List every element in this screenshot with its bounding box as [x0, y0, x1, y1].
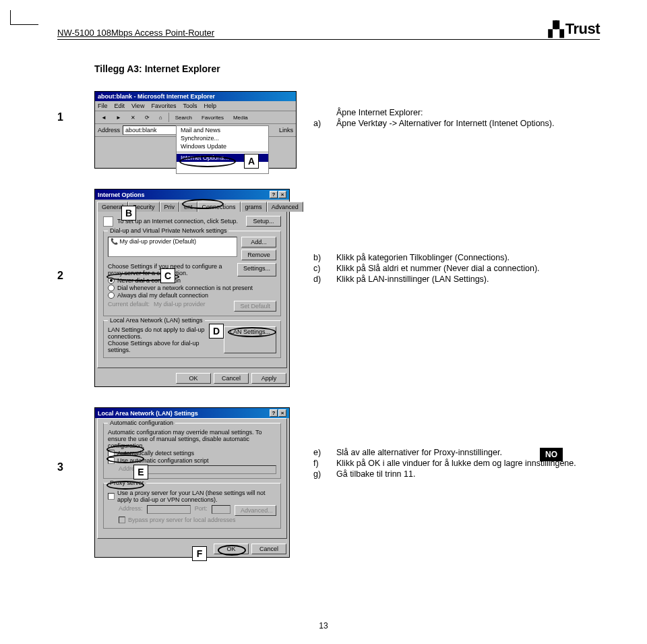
callout-circle-e3 — [106, 481, 144, 490]
brand-logo: ▞▚ Trust — [548, 20, 600, 38]
forward-button[interactable]: ► — [113, 113, 125, 122]
radio-always-dial[interactable]: Always dial my default connection — [108, 292, 276, 299]
callout-label-f: F — [192, 546, 207, 561]
instructions-3: e)Slå av alle alternativer for Proxy-inn… — [313, 407, 600, 480]
menubar[interactable]: File Edit View Favorites Tools Help — [95, 101, 296, 111]
menu-item[interactable]: View — [131, 103, 144, 109]
step-number: 2 — [57, 189, 94, 282]
media-button[interactable]: Media — [230, 113, 251, 122]
screenshot-1: about:blank - Microsoft Internet Explore… — [94, 91, 297, 169]
add-button[interactable]: Add... — [241, 237, 276, 247]
step-1: 1 about:blank - Microsoft Internet Explo… — [57, 91, 600, 169]
brand-text: Trust — [565, 20, 600, 38]
help-button[interactable]: ? — [270, 191, 278, 198]
callout-label-c: C — [160, 268, 175, 283]
proxy-group: Use a proxy server for your LAN (these s… — [103, 483, 281, 529]
callout-circle-f — [218, 545, 246, 556]
callout-label-a: A — [244, 154, 259, 169]
callout-label-b: B — [121, 206, 136, 221]
callout-circle-d — [228, 327, 276, 337]
window-titlebar: Internet Options ? × — [95, 189, 289, 200]
address-input[interactable]: about:blank — [123, 125, 183, 135]
links-label: Links — [279, 127, 293, 134]
dropdown-item[interactable]: Mail and News — [177, 126, 268, 134]
dialup-list[interactable]: 📞 My dial-up provider (Default) — [108, 237, 237, 257]
cancel-button[interactable]: Cancel — [251, 544, 286, 554]
dropdown-item[interactable]: Windows Update — [177, 142, 268, 150]
close-button[interactable]: × — [278, 409, 286, 417]
set-default-button[interactable]: Set Default — [234, 301, 276, 312]
back-button[interactable]: ◄ — [98, 113, 110, 122]
stop-button[interactable]: ✕ — [127, 113, 139, 122]
connections-panel: To set up an Internet connection, click … — [97, 212, 287, 368]
tab-advanced[interactable]: Advanced — [267, 202, 303, 212]
globe-icon — [103, 216, 113, 227]
address-label: Address — [98, 127, 120, 134]
dialup-item[interactable]: 📞 My dial-up provider (Default) — [111, 238, 235, 245]
instruction-item: b)Klikk på kategorien Tilkoblinger (Conn… — [313, 253, 600, 262]
current-default-label: Current default: — [108, 301, 150, 312]
window-titlebar: about:blank - Microsoft Internet Explore… — [95, 92, 296, 101]
proxy-port-input[interactable] — [212, 505, 230, 514]
callout-circle-a — [179, 156, 236, 167]
remove-button[interactable]: Remove — [241, 250, 276, 260]
address-input[interactable] — [145, 465, 276, 474]
instruction-item: c)Klikk på Slå aldri et nummer (Never di… — [313, 264, 600, 273]
brand-icon: ▞▚ — [548, 21, 562, 38]
screenshot-3: Local Area Network (LAN) Settings ? × Au… — [94, 407, 297, 558]
product-name: NW-5100 108Mbps Access Point-Router — [57, 28, 214, 38]
tab-programs[interactable]: grams — [241, 202, 267, 212]
refresh-button[interactable]: ⟳ — [142, 113, 153, 122]
address-bar: Address about:blank Mail and News Synchr… — [95, 124, 296, 137]
bypass-proxy-check[interactable]: Bypass proxy server for local addresses — [119, 517, 276, 523]
instructions-2: b)Klikk på kategorien Tilkoblinger (Conn… — [313, 189, 600, 285]
favorites-button[interactable]: Favorites — [198, 113, 227, 122]
advanced-button[interactable]: Advanced... — [235, 505, 276, 516]
proxy-address-label: Address: — [119, 505, 143, 516]
window-title: Internet Options — [98, 192, 145, 198]
step-number: 3 — [57, 407, 94, 473]
callout-label-e: E — [133, 465, 148, 479]
menu-item[interactable]: Favorites — [151, 103, 176, 109]
callout-circle-e2 — [106, 455, 144, 463]
page-corner-bracket — [10, 10, 38, 25]
search-button[interactable]: Search — [172, 113, 195, 122]
page-header: NW-5100 108Mbps Access Point-Router ▞▚ T… — [57, 20, 600, 40]
proxy-address-input[interactable] — [147, 505, 191, 514]
apply-button[interactable]: Apply — [251, 373, 286, 384]
section-title: Tillegg A3: Internet Explorer — [94, 63, 600, 74]
close-button[interactable]: × — [278, 191, 286, 198]
proxy-port-label: Port: — [195, 505, 208, 516]
instructions-1: Åpne Internet Explorer: a) Åpne Verktøy … — [313, 91, 600, 129]
step-3: 3 Local Area Network (LAN) Settings ? × … — [57, 407, 600, 558]
use-proxy-check[interactable]: Use a proxy server for your LAN (these s… — [108, 490, 276, 503]
cancel-button[interactable]: Cancel — [214, 373, 249, 384]
window-title: about:blank - Microsoft Internet Explore… — [98, 93, 215, 100]
callout-label-d: D — [209, 324, 224, 339]
home-button[interactable]: ⌂ — [156, 113, 166, 122]
menu-item[interactable]: File — [98, 103, 108, 109]
lan-settings-panel: Automatic configuration may override man… — [97, 418, 287, 539]
help-button[interactable]: ? — [270, 409, 278, 417]
callout-circle-e1 — [106, 445, 144, 454]
step-number: 1 — [57, 91, 94, 123]
dropdown-item[interactable]: Synchronize... — [177, 134, 268, 142]
radio-dial-whenever[interactable]: Dial whenever a network connection is no… — [108, 285, 276, 291]
ok-button[interactable]: OK — [176, 373, 211, 384]
step-2: 2 Internet Options ? × General Security … — [57, 189, 600, 387]
menu-item[interactable]: Help — [204, 103, 216, 109]
instruction-item: a) Åpne Verktøy -> Alternativer for Inte… — [313, 119, 600, 128]
setup-button[interactable]: Setup... — [246, 216, 281, 227]
settings-button[interactable]: Settings... — [237, 263, 276, 276]
callout-circle-b — [182, 199, 224, 209]
language-badge: NO — [540, 448, 563, 461]
menu-item[interactable]: Tools — [183, 103, 197, 109]
lan-note-2: Choose Settings above for dial-up settin… — [108, 340, 220, 353]
page-number: 13 — [0, 621, 647, 631]
screenshot-2: Internet Options ? × General Security Pr… — [94, 189, 297, 387]
tab-privacy[interactable]: Priv — [160, 202, 180, 212]
current-default-value: My dial-up provider — [154, 301, 230, 312]
instruction-item: d)Klikk på LAN-innstillinger (LAN Settin… — [313, 274, 600, 284]
menu-item[interactable]: Edit — [115, 103, 125, 109]
instruction-item: g)Gå tilbake til trinn 11. — [313, 469, 600, 479]
